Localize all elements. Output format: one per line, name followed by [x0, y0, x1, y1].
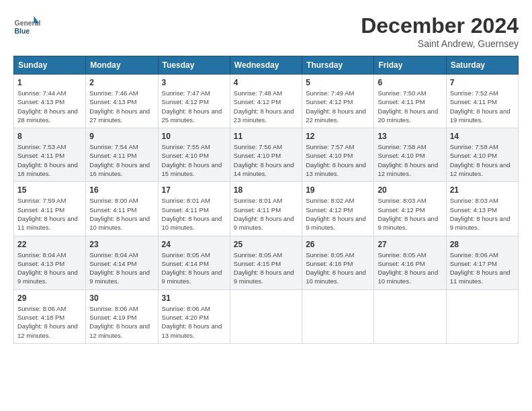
- day-number: 28: [450, 240, 515, 249]
- calendar-cell: 20 Sunrise: 8:03 AMSunset: 4:12 PMDaylig…: [374, 182, 446, 236]
- svg-text:Blue: Blue: [15, 28, 30, 35]
- day-detail: Sunrise: 7:53 AMSunset: 4:11 PMDaylight:…: [17, 142, 82, 178]
- day-detail: Sunrise: 8:03 AMSunset: 4:12 PMDaylight:…: [378, 196, 442, 232]
- day-detail: Sunrise: 8:05 AMSunset: 4:14 PMDaylight:…: [162, 250, 226, 286]
- calendar-cell: 30 Sunrise: 8:06 AMSunset: 4:19 PMDaylig…: [86, 289, 158, 343]
- day-of-week-header: Sunday: [14, 56, 86, 75]
- day-detail: Sunrise: 7:48 AMSunset: 4:12 PMDaylight:…: [234, 89, 298, 124]
- calendar-cell: 22 Sunrise: 8:04 AMSunset: 4:13 PMDaylig…: [14, 236, 86, 289]
- calendar-cell: 13 Sunrise: 7:58 AMSunset: 4:10 PMDaylig…: [374, 128, 446, 182]
- calendar-cell: 6 Sunrise: 7:50 AMSunset: 4:11 PMDayligh…: [374, 75, 446, 128]
- day-of-week-header: Tuesday: [158, 56, 230, 75]
- month-title: December 2024: [361, 13, 519, 38]
- day-detail: Sunrise: 7:59 AMSunset: 4:11 PMDaylight:…: [17, 196, 82, 232]
- day-number: 1: [17, 78, 82, 87]
- day-number: 10: [162, 132, 226, 141]
- calendar-cell: 8 Sunrise: 7:53 AMSunset: 4:11 PMDayligh…: [14, 128, 86, 182]
- day-number: 18: [234, 185, 298, 195]
- day-detail: Sunrise: 8:01 AMSunset: 4:11 PMDaylight:…: [234, 196, 298, 232]
- day-detail: Sunrise: 8:06 AMSunset: 4:18 PMDaylight:…: [17, 304, 82, 340]
- calendar-cell: 3 Sunrise: 7:47 AMSunset: 4:12 PMDayligh…: [158, 75, 230, 128]
- calendar-cell: 5 Sunrise: 7:49 AMSunset: 4:12 PMDayligh…: [302, 75, 374, 128]
- calendar-body: 1 Sunrise: 7:44 AMSunset: 4:13 PMDayligh…: [14, 75, 519, 344]
- calendar-cell: 9 Sunrise: 7:54 AMSunset: 4:11 PMDayligh…: [86, 128, 158, 182]
- day-detail: Sunrise: 8:05 AMSunset: 4:15 PMDaylight:…: [234, 250, 298, 286]
- day-number: 30: [89, 293, 154, 303]
- location-subtitle: Saint Andrew, Guernsey: [361, 38, 519, 49]
- day-number: 2: [89, 78, 154, 87]
- calendar-cell: [230, 289, 302, 343]
- day-number: 31: [162, 293, 226, 303]
- day-detail: Sunrise: 8:02 AMSunset: 4:12 PMDaylight:…: [306, 196, 370, 232]
- day-detail: Sunrise: 7:55 AMSunset: 4:10 PMDaylight:…: [162, 142, 226, 178]
- calendar-cell: 28 Sunrise: 8:06 AMSunset: 4:17 PMDaylig…: [446, 236, 518, 289]
- page-header: General Blue December 2024 Saint Andrew,…: [13, 13, 519, 49]
- calendar-cell: 23 Sunrise: 8:04 AMSunset: 4:14 PMDaylig…: [86, 236, 158, 289]
- day-of-week-header: Monday: [86, 56, 158, 75]
- day-number: 26: [306, 240, 370, 249]
- calendar-cell: [302, 289, 374, 343]
- calendar-cell: 24 Sunrise: 8:05 AMSunset: 4:14 PMDaylig…: [158, 236, 230, 289]
- day-detail: Sunrise: 7:46 AMSunset: 4:13 PMDaylight:…: [89, 89, 154, 124]
- day-detail: Sunrise: 7:58 AMSunset: 4:10 PMDaylight:…: [378, 142, 442, 178]
- day-number: 13: [378, 132, 442, 141]
- calendar-cell: 12 Sunrise: 7:57 AMSunset: 4:10 PMDaylig…: [302, 128, 374, 182]
- day-of-week-header: Saturday: [446, 56, 518, 75]
- day-detail: Sunrise: 7:56 AMSunset: 4:10 PMDaylight:…: [234, 142, 298, 178]
- calendar-cell: 25 Sunrise: 8:05 AMSunset: 4:15 PMDaylig…: [230, 236, 302, 289]
- day-number: 4: [234, 78, 298, 87]
- day-detail: Sunrise: 7:50 AMSunset: 4:11 PMDaylight:…: [378, 89, 442, 124]
- day-number: 15: [17, 185, 82, 195]
- day-detail: Sunrise: 8:04 AMSunset: 4:14 PMDaylight:…: [89, 250, 154, 286]
- day-detail: Sunrise: 8:06 AMSunset: 4:20 PMDaylight:…: [162, 304, 226, 340]
- day-number: 3: [162, 78, 226, 87]
- calendar-cell: 27 Sunrise: 8:05 AMSunset: 4:16 PMDaylig…: [374, 236, 446, 289]
- calendar-cell: 15 Sunrise: 7:59 AMSunset: 4:11 PMDaylig…: [14, 182, 86, 236]
- calendar-cell: 10 Sunrise: 7:55 AMSunset: 4:10 PMDaylig…: [158, 128, 230, 182]
- calendar-cell: 21 Sunrise: 8:03 AMSunset: 4:13 PMDaylig…: [446, 182, 518, 236]
- day-number: 29: [17, 293, 82, 303]
- calendar-cell: 18 Sunrise: 8:01 AMSunset: 4:11 PMDaylig…: [230, 182, 302, 236]
- day-detail: Sunrise: 7:58 AMSunset: 4:10 PMDaylight:…: [450, 142, 515, 178]
- day-number: 11: [234, 132, 298, 141]
- calendar-header: SundayMondayTuesdayWednesdayThursdayFrid…: [14, 56, 519, 75]
- day-detail: Sunrise: 8:06 AMSunset: 4:19 PMDaylight:…: [89, 304, 154, 340]
- day-number: 21: [450, 185, 515, 195]
- day-number: 9: [89, 132, 154, 141]
- day-number: 6: [378, 78, 442, 87]
- day-detail: Sunrise: 7:57 AMSunset: 4:10 PMDaylight:…: [306, 142, 370, 178]
- day-number: 19: [306, 185, 370, 195]
- day-number: 17: [162, 185, 226, 195]
- day-detail: Sunrise: 7:49 AMSunset: 4:12 PMDaylight:…: [306, 89, 370, 124]
- calendar-cell: 19 Sunrise: 8:02 AMSunset: 4:12 PMDaylig…: [302, 182, 374, 236]
- day-detail: Sunrise: 7:47 AMSunset: 4:12 PMDaylight:…: [162, 89, 226, 124]
- day-number: 16: [89, 185, 154, 195]
- day-detail: Sunrise: 7:52 AMSunset: 4:11 PMDaylight:…: [450, 89, 515, 124]
- day-detail: Sunrise: 8:01 AMSunset: 4:11 PMDaylight:…: [162, 196, 226, 232]
- day-detail: Sunrise: 8:05 AMSunset: 4:16 PMDaylight:…: [306, 250, 370, 286]
- calendar-cell: 29 Sunrise: 8:06 AMSunset: 4:18 PMDaylig…: [14, 289, 86, 343]
- day-number: 12: [306, 132, 370, 141]
- calendar-cell: [374, 289, 446, 343]
- day-number: 7: [450, 78, 515, 87]
- calendar-cell: 31 Sunrise: 8:06 AMSunset: 4:20 PMDaylig…: [158, 289, 230, 343]
- day-number: 22: [17, 240, 82, 249]
- day-number: 5: [306, 78, 370, 87]
- day-number: 8: [17, 132, 82, 141]
- calendar-cell: 11 Sunrise: 7:56 AMSunset: 4:10 PMDaylig…: [230, 128, 302, 182]
- title-block: December 2024 Saint Andrew, Guernsey: [361, 13, 519, 49]
- day-detail: Sunrise: 8:05 AMSunset: 4:16 PMDaylight:…: [378, 250, 442, 286]
- day-detail: Sunrise: 8:06 AMSunset: 4:17 PMDaylight:…: [450, 250, 515, 286]
- day-detail: Sunrise: 7:54 AMSunset: 4:11 PMDaylight:…: [89, 142, 154, 178]
- calendar-cell: 14 Sunrise: 7:58 AMSunset: 4:10 PMDaylig…: [446, 128, 518, 182]
- calendar-cell: [446, 289, 518, 343]
- calendar-cell: 7 Sunrise: 7:52 AMSunset: 4:11 PMDayligh…: [446, 75, 518, 128]
- day-of-week-header: Friday: [374, 56, 446, 75]
- day-of-week-header: Wednesday: [230, 56, 302, 75]
- calendar-cell: 2 Sunrise: 7:46 AMSunset: 4:13 PMDayligh…: [86, 75, 158, 128]
- day-number: 24: [162, 240, 226, 249]
- calendar-cell: 16 Sunrise: 8:00 AMSunset: 4:11 PMDaylig…: [86, 182, 158, 236]
- day-number: 14: [450, 132, 515, 141]
- calendar-cell: 26 Sunrise: 8:05 AMSunset: 4:16 PMDaylig…: [302, 236, 374, 289]
- day-number: 25: [234, 240, 298, 249]
